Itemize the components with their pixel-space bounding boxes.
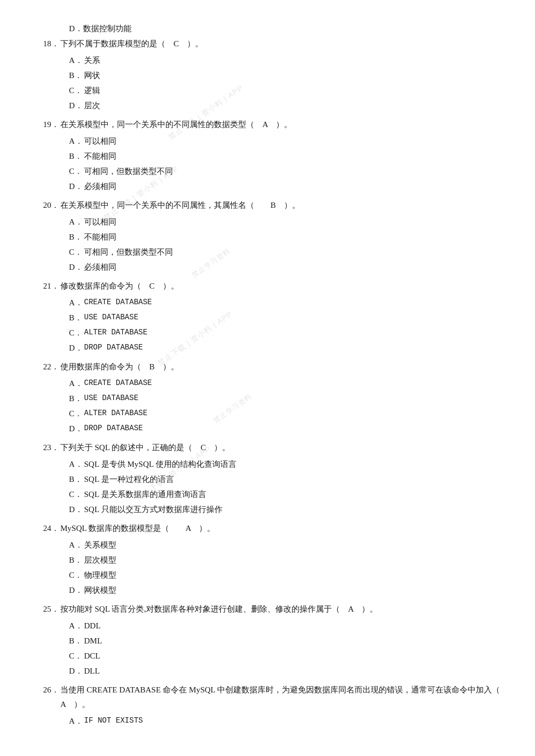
q21-option-d-label: D． <box>69 341 84 355</box>
question-19-options: A． 可以相同 B． 不能相同 C． 可相同，但数据类型不同 D． 必须相同 <box>43 134 503 194</box>
question-25-num: 25． <box>43 602 60 617</box>
q24-option-c: C． 物理模型 <box>69 568 503 583</box>
q26-option-a: A． IF NOT EXISTS <box>69 714 503 729</box>
question-23-text: 下列关于 SQL 的叙述中，正确的是（ C ）。 <box>60 440 503 455</box>
q20-option-b: B． 不能相同 <box>69 230 503 244</box>
q22-option-b: B． USE DATABASE <box>69 391 503 406</box>
question-26-num: 26． <box>43 683 60 697</box>
q25-option-d-label: D． <box>69 664 84 678</box>
q21-option-d-text: DROP DATABASE <box>84 341 143 354</box>
question-18: 18． 下列不属于数据库模型的是（ C ）。 A． 关系 B． 网状 C． 逻辑… <box>43 37 503 113</box>
d-option-top: D．数据控制功能 <box>43 22 503 36</box>
question-25-title: 25． 按功能对 SQL 语言分类,对数据库各种对象进行创建、删除、修改的操作属… <box>43 602 503 617</box>
question-24-title: 24． MySQL 数据库的数据模型是（ A ）。 <box>43 521 503 536</box>
q21-option-c: C． ALTER DATABASE <box>69 326 503 340</box>
q19-option-c: C． 可相同，但数据类型不同 <box>69 164 503 179</box>
question-19: 19． 在关系模型中，同一个关系中的不同属性的数据类型（ A ）。 A． 可以相… <box>43 117 503 194</box>
q25-option-b-label: B． <box>69 634 84 648</box>
q25-option-c-label: C． <box>69 649 84 663</box>
question-20-text: 在关系模型中，同一个关系中的不同属性，其属性名（ B ）。 <box>60 198 503 213</box>
q24-option-b-text: 层次模型 <box>84 553 116 568</box>
q20-option-d-label: D． <box>69 260 84 275</box>
question-22: 22． 使用数据库的命令为（ B ）。 A． CREATE DATABASE B… <box>43 360 503 436</box>
q20-option-d: D． 必须相同 <box>69 260 503 275</box>
q23-option-a: A． SQL 是专供 MySQL 使用的结构化查询语言 <box>69 457 503 472</box>
question-21-text: 修改数据库的命令为（ C ）。 <box>60 279 503 293</box>
question-19-text: 在关系模型中，同一个关系中的不同属性的数据类型（ A ）。 <box>60 117 503 132</box>
question-20-title: 20． 在关系模型中，同一个关系中的不同属性，其属性名（ B ）。 <box>43 198 503 213</box>
q24-option-d-text: 网状模型 <box>84 583 116 598</box>
q25-option-c: C． DCL <box>69 649 503 663</box>
q23-option-c: C． SQL 是关系数据库的通用查询语言 <box>69 487 503 502</box>
q24-option-b: B． 层次模型 <box>69 553 503 568</box>
q19-option-c-text: 可相同，但数据类型不同 <box>84 164 173 179</box>
q25-option-b-text: DML <box>84 634 102 648</box>
q21-option-a-text: CREATE DATABASE <box>84 296 152 309</box>
q23-option-d: D． SQL 只能以交互方式对数据库进行操作 <box>69 502 503 517</box>
question-26-text: 当使用 CREATE DATABASE 命令在 MySQL 中创建数据库时，为避… <box>60 683 503 712</box>
q24-option-d-label: D． <box>69 583 84 598</box>
q21-option-b-label: B． <box>69 311 84 325</box>
q21-option-a-label: A． <box>69 296 84 310</box>
q22-option-d-text: DROP DATABASE <box>84 422 143 435</box>
q19-option-b-text: 不能相同 <box>84 149 116 164</box>
q20-option-b-text: 不能相同 <box>84 230 116 244</box>
q20-option-c-label: C． <box>69 245 84 260</box>
q24-option-a-text: 关系模型 <box>84 538 116 552</box>
question-18-options: A． 关系 B． 网状 C． 逻辑 D． 层次 <box>43 53 503 113</box>
q23-option-b-text: SQL 是一种过程化的语言 <box>84 472 174 487</box>
q24-option-b-label: B． <box>69 553 84 568</box>
q19-option-b-label: B． <box>69 149 84 164</box>
question-24-num: 24． <box>43 521 60 536</box>
q22-option-a: A． CREATE DATABASE <box>69 376 503 391</box>
q18-option-c-label: C． <box>69 83 84 98</box>
q24-option-a-label: A． <box>69 538 84 552</box>
q22-option-d-label: D． <box>69 422 84 436</box>
question-26: 26． 当使用 CREATE DATABASE 命令在 MySQL 中创建数据库… <box>43 683 503 729</box>
q19-option-a-text: 可以相同 <box>84 134 116 149</box>
q22-option-a-text: CREATE DATABASE <box>84 376 152 390</box>
question-22-text: 使用数据库的命令为（ B ）。 <box>60 360 503 374</box>
q22-option-b-label: B． <box>69 391 84 406</box>
question-24: 24． MySQL 数据库的数据模型是（ A ）。 A． 关系模型 B． 层次模… <box>43 521 503 598</box>
q20-option-c-text: 可相同，但数据类型不同 <box>84 245 173 260</box>
question-22-options: A． CREATE DATABASE B． USE DATABASE C． AL… <box>43 376 503 436</box>
question-21-options: A． CREATE DATABASE B． USE DATABASE C． AL… <box>43 296 503 355</box>
q22-option-c-label: C． <box>69 407 84 421</box>
question-20: 20． 在关系模型中，同一个关系中的不同属性，其属性名（ B ）。 A． 可以相… <box>43 198 503 275</box>
question-21-num: 21． <box>43 279 60 293</box>
question-26-options: A． IF NOT EXISTS <box>43 714 503 729</box>
q23-option-a-label: A． <box>69 457 84 472</box>
question-25-text: 按功能对 SQL 语言分类,对数据库各种对象进行创建、删除、修改的操作属于（ A… <box>60 602 503 617</box>
q21-option-c-text: ALTER DATABASE <box>84 326 148 339</box>
q23-option-c-text: SQL 是关系数据库的通用查询语言 <box>84 487 206 502</box>
question-23-num: 23． <box>43 440 60 455</box>
question-18-title: 18． 下列不属于数据库模型的是（ C ）。 <box>43 37 503 51</box>
q25-option-a: A． DDL <box>69 619 503 633</box>
q19-option-d-label: D． <box>69 179 84 194</box>
q25-option-b: B． DML <box>69 634 503 648</box>
question-23-options: A． SQL 是专供 MySQL 使用的结构化查询语言 B． SQL 是一种过程… <box>43 457 503 517</box>
q24-option-a: A． 关系模型 <box>69 538 503 552</box>
q21-option-d: D． DROP DATABASE <box>69 341 503 355</box>
q18-option-a: A． 关系 <box>69 53 503 68</box>
q24-option-d: D． 网状模型 <box>69 583 503 598</box>
q22-option-d: D． DROP DATABASE <box>69 422 503 436</box>
q25-option-d-text: DLL <box>84 664 100 678</box>
q19-option-d-text: 必须相同 <box>84 179 116 194</box>
q18-option-a-text: 关系 <box>84 53 100 68</box>
q22-option-a-label: A． <box>69 376 84 391</box>
question-20-num: 20． <box>43 198 60 213</box>
q20-option-a-text: 可以相同 <box>84 215 116 229</box>
q26-option-a-text: IF NOT EXISTS <box>84 714 143 727</box>
question-23-title: 23． 下列关于 SQL 的叙述中，正确的是（ C ）。 <box>43 440 503 455</box>
question-25-options: A． DDL B． DML C． DCL D． DLL <box>43 619 503 678</box>
q23-option-d-label: D． <box>69 502 84 517</box>
q25-option-a-label: A． <box>69 619 84 633</box>
q20-option-a: A． 可以相同 <box>69 215 503 229</box>
question-21-title: 21． 修改数据库的命令为（ C ）。 <box>43 279 503 293</box>
q22-option-c: C． ALTER DATABASE <box>69 407 503 421</box>
question-21: 21． 修改数据库的命令为（ C ）。 A． CREATE DATABASE B… <box>43 279 503 355</box>
q19-option-a: A． 可以相同 <box>69 134 503 149</box>
question-24-options: A． 关系模型 B． 层次模型 C． 物理模型 D． 网状模型 <box>43 538 503 598</box>
